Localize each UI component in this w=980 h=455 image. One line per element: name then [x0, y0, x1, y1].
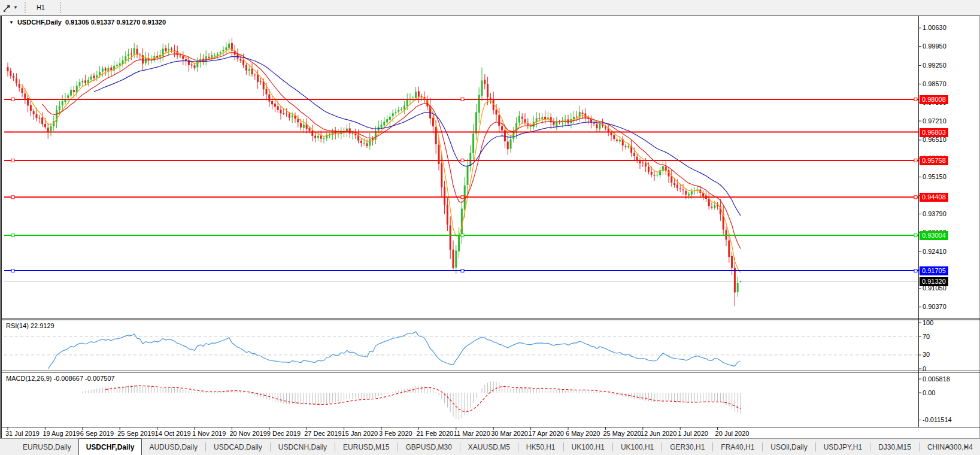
- price-tick-label: 0.97210: [923, 117, 946, 125]
- date-tick-label: 17 Apr 2020: [529, 430, 564, 437]
- tf-button-H1[interactable]: H1: [31, 1, 54, 14]
- tab-separator: [712, 442, 713, 451]
- price-tick-label: 0.95150: [923, 173, 946, 181]
- chart-tab-EURUSD-Daily[interactable]: EURUSD,Daily: [16, 439, 78, 455]
- hline-price-label: 0.95758: [920, 156, 948, 165]
- date-tick-label: 11 Mar 2020: [454, 430, 490, 437]
- date-tick-label: 1 Jul 2020: [678, 430, 708, 437]
- tab-separator: [205, 442, 206, 451]
- chart-tab-UK100-H1[interactable]: UK100,H1: [614, 439, 661, 455]
- chart-tab-USDCNH-Daily[interactable]: USDCNH,Daily: [271, 439, 334, 455]
- chart-tab-USDJPY-H1[interactable]: USDJPY,H1: [817, 439, 869, 455]
- tab-scroll-arrows[interactable]: ◄ ►: [945, 444, 975, 450]
- date-tick-label: 14 Oct 2019: [155, 430, 191, 437]
- chart-tab-USDCHF-Daily[interactable]: USDCHF,Daily: [78, 438, 142, 455]
- macd-label: MACD(12,26,9) -0.008667 -0.007507: [6, 375, 115, 382]
- chart-tabs-bar: EURUSD,DailyUSDCHF,DailyAUDUSD,DailyUSDC…: [0, 438, 980, 455]
- chart-tab-GBPUSD-M30[interactable]: GBPUSD,M30: [398, 439, 459, 455]
- tab-separator: [518, 442, 518, 451]
- price-chart-canvas[interactable]: [2, 16, 980, 439]
- date-tick-label: 21 Feb 2020: [416, 430, 453, 437]
- cursor-tool-icon[interactable]: [1, 2, 13, 14]
- hline-price-label: 0.93004: [920, 231, 948, 240]
- date-tick-label: 27 Dec 2019: [304, 430, 341, 437]
- dropdown-caret-icon[interactable]: ▼: [13, 5, 18, 10]
- chart-tab-USOil-Daily[interactable]: USOil,Daily: [763, 439, 814, 455]
- chart-tab-USDCAD-Daily[interactable]: USDCAD,Daily: [207, 439, 269, 455]
- date-tick-label: 6 Sep 2019: [80, 430, 114, 437]
- tab-separator: [662, 442, 662, 451]
- tab-separator: [335, 442, 335, 451]
- chart-tab-EURUSD-M15[interactable]: EURUSD,M15: [336, 439, 396, 455]
- chart-title: ▼ USDCHF,Daily 0.91305 0.91337 0.91270 0…: [9, 19, 166, 26]
- chart-tab-FRA40-H1[interactable]: FRA40,H1: [714, 439, 761, 455]
- rsi-tick-label: 30: [923, 351, 930, 359]
- hline-price-label: 0.91705: [920, 266, 948, 275]
- price-tick-label: 0.92410: [923, 248, 946, 256]
- rsi-tick-label: 100: [923, 319, 933, 327]
- rsi-tick-label: 70: [923, 333, 930, 341]
- hline-price-label: 0.98008: [920, 95, 948, 104]
- price-tick-label: 0.98570: [923, 80, 946, 88]
- current-price-label: 0.91320: [920, 277, 948, 286]
- tab-separator: [870, 442, 870, 451]
- rsi-tick-label: 0: [923, 365, 926, 373]
- date-tick-label: 1 Nov 2019: [192, 430, 226, 437]
- date-tick-label: 9 Dec 2019: [267, 430, 301, 437]
- collapse-arrow-icon[interactable]: ▼: [9, 20, 14, 25]
- chart-tab-AUDUSD-Daily[interactable]: AUDUSD,Daily: [142, 439, 205, 455]
- macd-tick-label: -0.011514: [923, 416, 952, 424]
- toolbar-grip: [25, 2, 26, 13]
- date-tick-label: 31 Jul 2019: [5, 430, 40, 437]
- top-toolbar: ▼ M1M5M15M30H1H4D1W1MN: [0, 0, 980, 16]
- hline-price-label: 0.96803: [920, 128, 948, 137]
- chart-tab-HK50-H1[interactable]: HK50,H1: [519, 439, 563, 455]
- chart-tab-UK100-H1[interactable]: UK100,H1: [565, 439, 612, 455]
- chart-tab-GER30-H1[interactable]: GER30,H1: [663, 439, 712, 455]
- chart-ohlc-values: 0.91305 0.91337 0.91270 0.91320: [65, 19, 166, 26]
- toolbar-grip-2: [60, 2, 61, 13]
- macd-tick-label: 0.005818: [923, 375, 950, 383]
- chart-tab-XAUUSD-M5[interactable]: XAUUSD,M5: [461, 439, 517, 455]
- date-tick-label: 19 Aug 2019: [43, 430, 80, 437]
- date-tick-label: 6 May 2020: [566, 430, 600, 437]
- date-tick-label: 25 May 2020: [603, 430, 641, 437]
- hline-price-label: 0.94408: [920, 193, 948, 202]
- rsi-label: RSI(14) 22.9129: [6, 322, 54, 329]
- tab-separator: [815, 442, 816, 451]
- price-tick-label: 0.90370: [923, 303, 946, 311]
- tab-separator: [762, 442, 763, 451]
- date-tick-label: 30 Mar 2020: [491, 430, 528, 437]
- date-tick-label: 12 Jun 2020: [641, 430, 677, 437]
- tab-separator: [612, 442, 613, 451]
- date-tick-label: 25 Sep 2019: [117, 430, 154, 437]
- macd-tick-label: 0.00: [923, 389, 935, 397]
- price-tick-label: 1.00630: [923, 24, 946, 32]
- tab-separator: [563, 442, 564, 451]
- tab-separator: [460, 442, 460, 451]
- chart-tab-DJ30-M15[interactable]: DJ30,M15: [871, 439, 918, 455]
- tab-separator: [919, 442, 920, 451]
- date-tick-label: 3 Feb 2020: [379, 430, 412, 437]
- price-tick-label: 0.99950: [923, 43, 946, 50]
- date-tick-label: 20 Jul 2020: [715, 430, 750, 437]
- tab-separator: [397, 442, 398, 451]
- chart-window: ▼ USDCHF,Daily 0.91305 0.91337 0.91270 0…: [0, 16, 980, 438]
- price-tick-label: 0.93790: [923, 210, 946, 218]
- price-tick-label: 0.96510: [923, 136, 946, 144]
- price-tick-label: 0.99250: [923, 62, 946, 69]
- chart-tabs: EURUSD,DailyUSDCHF,DailyAUDUSD,DailyUSDC…: [16, 439, 980, 455]
- tab-separator: [270, 442, 271, 451]
- chart-symbol-period: USDCHF,Daily: [17, 19, 62, 26]
- date-tick-label: 15 Jan 2020: [342, 430, 378, 437]
- date-tick-label: 20 Nov 2019: [229, 430, 266, 437]
